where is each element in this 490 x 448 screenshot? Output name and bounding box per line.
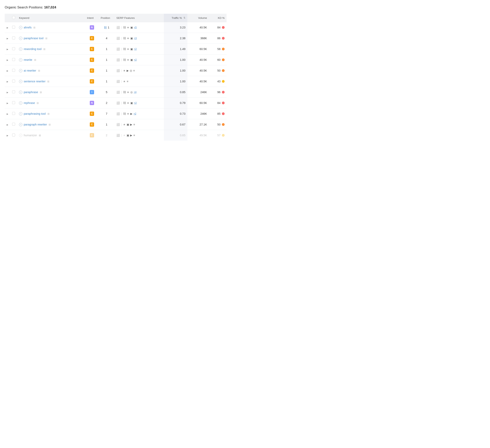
- expand-button[interactable]: ▶: [7, 80, 8, 83]
- keyword-add-icon[interactable]: +: [19, 101, 22, 105]
- kd-dot: [222, 91, 225, 94]
- copy-icon[interactable]: ⊞: [34, 58, 36, 61]
- copy-icon[interactable]: ⊞: [49, 123, 51, 126]
- table-row: ▶ + ahrefs ⊞ N ⛓ 1 ⬜|⛓★▣+5 3.23: [5, 22, 227, 33]
- kd-dot: [222, 134, 225, 137]
- expand-button[interactable]: ▶: [7, 134, 8, 137]
- copy-icon[interactable]: ⊞: [38, 69, 40, 72]
- traffic-cell: 0.73: [164, 108, 187, 119]
- copy-icon[interactable]: ⊞: [40, 91, 42, 94]
- keyword-link[interactable]: ahrefs: [24, 26, 32, 29]
- copy-icon[interactable]: ⊞: [39, 134, 41, 137]
- volume-value: 60.5K: [200, 47, 207, 51]
- serp-more[interactable]: +2: [134, 102, 137, 104]
- row-checkbox[interactable]: [12, 26, 15, 29]
- expand-button[interactable]: ▶: [7, 26, 8, 29]
- keyword-add-icon[interactable]: +: [19, 80, 22, 83]
- keyword-add-icon[interactable]: +: [19, 37, 22, 40]
- th-traffic[interactable]: Traffic % ⇅: [164, 14, 187, 22]
- expand-cell: ▶: [5, 33, 10, 44]
- row-checkbox[interactable]: [12, 101, 15, 104]
- keyword-add-icon[interactable]: +: [19, 58, 22, 61]
- expand-button[interactable]: ▶: [7, 48, 8, 51]
- serp-cell: ⬜|⛓★▣+3: [114, 33, 164, 44]
- keyword-add-icon[interactable]: +: [19, 91, 22, 94]
- keyword-link[interactable]: rewording tool: [24, 47, 42, 51]
- keyword-link[interactable]: humanizer: [24, 134, 37, 137]
- copy-icon[interactable]: ⊞: [47, 112, 50, 115]
- row-checkbox[interactable]: [12, 69, 15, 72]
- expand-button[interactable]: ▶: [7, 37, 8, 40]
- traffic-cell: 1.00: [164, 54, 187, 65]
- keyword-link[interactable]: sentence rewriter: [24, 80, 45, 83]
- keyword-link[interactable]: rewrite: [24, 58, 32, 61]
- keyword-add-icon[interactable]: +: [19, 47, 22, 51]
- position-value: 1: [106, 80, 107, 83]
- serp-more[interactable]: +4: [134, 91, 136, 94]
- position-link-icon: ⛓: [104, 26, 107, 29]
- intent-cell: N: [85, 22, 99, 33]
- keyword-link[interactable]: ai rewriter: [24, 69, 36, 72]
- select-all-checkbox[interactable]: [12, 16, 15, 19]
- title-label: Organic Search Positions:: [5, 6, 43, 9]
- serp-more[interactable]: +3: [134, 37, 137, 40]
- th-kd[interactable]: KD %: [209, 14, 227, 22]
- row-checkbox[interactable]: [12, 123, 15, 126]
- row-checkbox[interactable]: [12, 90, 15, 93]
- copy-icon[interactable]: ⊞: [47, 80, 49, 83]
- serp-more[interactable]: +2: [134, 58, 137, 61]
- traffic-value: 0.65: [180, 134, 185, 137]
- serp-cell: ⬜|★▶◎≡: [114, 65, 164, 76]
- volume-value: 40.5K: [200, 26, 207, 29]
- keyword-link[interactable]: paragraph rewriter: [24, 123, 47, 126]
- keyword-add-icon[interactable]: +: [19, 26, 22, 29]
- expand-button[interactable]: ▶: [7, 91, 8, 94]
- keyword-link[interactable]: rephrase: [24, 101, 35, 105]
- expand-cell: ▶: [5, 108, 10, 119]
- expand-button[interactable]: ▶: [7, 113, 8, 115]
- keyword-add-icon[interactable]: +: [19, 123, 22, 126]
- expand-button[interactable]: ▶: [7, 70, 8, 72]
- row-checkbox[interactable]: [12, 112, 15, 115]
- serp-more[interactable]: +2: [134, 48, 137, 50]
- copy-icon[interactable]: ⊞: [45, 37, 47, 40]
- keyword-link[interactable]: paraphrase tool: [24, 37, 44, 40]
- kd-cell: 60: [209, 54, 227, 65]
- keyword-add-icon[interactable]: +: [19, 134, 22, 137]
- intent-cell: C: [85, 54, 99, 65]
- copy-icon[interactable]: ⊞: [33, 26, 35, 29]
- expand-button[interactable]: ▶: [7, 123, 8, 126]
- kd-value: 50: [217, 69, 220, 72]
- position-value: 4: [106, 37, 107, 40]
- copy-icon[interactable]: ⊞: [43, 48, 45, 51]
- check-cell: [10, 33, 17, 44]
- serp-more[interactable]: +2: [133, 112, 136, 115]
- traffic-cell: 1.49: [164, 44, 187, 54]
- th-volume[interactable]: Volume: [187, 14, 209, 22]
- table-row: ▶ + rewording tool ⊞ C 1 ⬜|⛓★▣+2: [5, 44, 227, 54]
- keyword-cell: + humanizer ⊞: [17, 130, 85, 141]
- row-checkbox[interactable]: [12, 36, 15, 39]
- row-checkbox[interactable]: [12, 58, 15, 61]
- expand-button[interactable]: ▶: [7, 59, 8, 61]
- position-cell: 1: [99, 44, 114, 54]
- traffic-filter-icon[interactable]: ⇅: [184, 17, 185, 19]
- traffic-cell: 2.38: [164, 33, 187, 44]
- row-checkbox[interactable]: [12, 47, 15, 50]
- serp-more[interactable]: +5: [134, 26, 137, 29]
- kd-value: 86: [217, 37, 220, 40]
- serp-cell: ⬜|⛓★▣+2: [114, 98, 164, 108]
- serp-cell: ⬜|★≡: [114, 76, 164, 87]
- keyword-add-icon[interactable]: +: [19, 112, 22, 115]
- keyword-link[interactable]: paraphrase: [24, 91, 38, 94]
- row-checkbox[interactable]: [12, 79, 15, 83]
- row-checkbox[interactable]: [12, 133, 15, 136]
- keyword-link[interactable]: paraphrasing tool: [24, 112, 46, 115]
- keyword-add-icon[interactable]: +: [19, 69, 22, 72]
- serp-cell: ⬜|⛓★◎+4: [114, 87, 164, 98]
- th-keyword: Keyword: [17, 14, 85, 22]
- intent-badge: C: [90, 133, 94, 137]
- copy-icon[interactable]: ⊞: [37, 102, 39, 105]
- intent-cell: C: [85, 130, 99, 141]
- expand-button[interactable]: ▶: [7, 102, 8, 105]
